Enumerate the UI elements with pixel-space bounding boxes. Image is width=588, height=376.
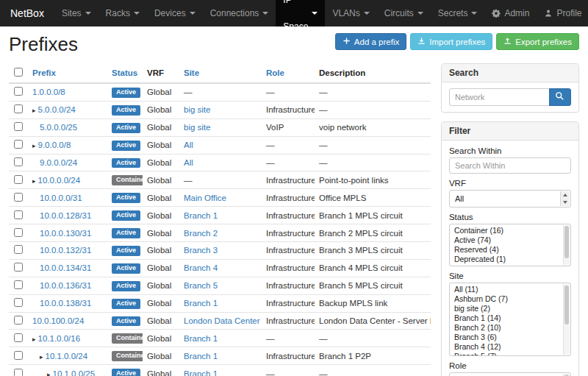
scrollbar-thumb[interactable] [564,226,569,258]
prefix-link[interactable]: 9.0.0.0/8 [38,141,71,149]
site-link[interactable]: London Data Center [184,316,260,325]
row-checkbox[interactable] [14,333,23,342]
site-link[interactable]: Branch 5 [184,281,218,290]
column-header-prefix[interactable]: Prefix [32,68,56,77]
prefix-link[interactable]: 9.0.0.0/24 [40,158,77,167]
filter-option[interactable]: Branch 4 (12) [450,342,562,352]
expand-children-icon[interactable]: ▸ [40,353,43,361]
row-checkbox[interactable] [14,369,23,376]
row-checkbox[interactable] [14,245,23,254]
nav-item-devices[interactable]: Devices [147,0,203,26]
prefix-link[interactable]: 10.0.0.128/31 [40,211,91,220]
prefix-link[interactable]: 10.1.0.0/25 [53,369,96,376]
brand-link[interactable]: NetBox [0,0,54,26]
nav-item-racks[interactable]: Racks [98,0,147,26]
filter-option[interactable]: Branch 3 (6) [450,333,562,342]
select-all-checkbox[interactable] [14,68,23,77]
search-input[interactable] [449,88,550,106]
expand-children-icon[interactable]: ▸ [32,107,36,114]
row-checkbox[interactable] [14,316,23,324]
site-link[interactable]: Branch 1 [184,299,218,308]
filter-option[interactable]: Branch 5 (7) [450,352,562,356]
prefix-link[interactable]: 10.0.0.0/24 [38,176,81,185]
nav-item-sites[interactable]: Sites [54,0,98,26]
row-checkbox[interactable] [14,210,23,219]
nav-item-admin[interactable]: Admin [484,0,537,26]
site-link[interactable]: Branch 1 [184,334,218,343]
row-checkbox[interactable] [14,193,23,202]
vrf-select[interactable]: All [449,190,571,207]
row-checkbox[interactable] [14,104,23,113]
filter-option[interactable]: All (11) [450,285,562,294]
vrf-value: Global [147,281,171,290]
site-link[interactable]: All [184,158,193,167]
nav-item-secrets[interactable]: Secrets [431,0,485,26]
import-prefixes-button[interactable]: Import prefixes [410,33,492,50]
filter-option[interactable]: big site (2) [450,304,562,313]
site-link[interactable]: Branch 1 [184,352,218,361]
prefix-link[interactable]: 10.0.0.134/31 [40,263,91,272]
row-checkbox[interactable] [14,140,23,149]
search-within-input[interactable] [449,157,571,174]
expand-children-icon[interactable]: ▸ [32,336,36,343]
site-link[interactable]: All [184,141,193,149]
row-checkbox[interactable] [14,298,23,307]
prefix-link[interactable]: 10.1.0.0/24 [46,352,88,361]
site-link[interactable]: Branch 1 [184,369,218,376]
site-link[interactable]: big site [184,123,210,132]
column-header-role[interactable]: Role [266,68,284,77]
site-listbox[interactable]: All (11)Ashburn DC (7)big site (2)Branch… [449,283,571,356]
vrf-value: Global [147,316,171,325]
scrollbar-thumb[interactable] [564,285,569,324]
site-link[interactable]: Main Office [184,194,226,202]
prefix-link[interactable]: 10.0.0.138/31 [40,299,91,308]
row-checkbox[interactable] [14,280,23,289]
site-link[interactable]: Branch 3 [184,246,218,255]
row-checkbox[interactable] [14,228,23,237]
expand-children-icon[interactable]: ▸ [47,371,51,376]
prefix-link[interactable]: 10.0.100.0/24 [32,316,84,325]
prefix-link[interactable]: 10.1.0.0/16 [38,334,81,343]
prefix-link[interactable]: 10.0.0.0/31 [40,194,82,202]
row-checkbox[interactable] [14,175,23,184]
nav-item-profile[interactable]: Profile [537,0,588,26]
prefix-link[interactable]: 5.0.0.0/25 [40,123,77,132]
site-link[interactable]: big site [184,105,210,114]
filter-option[interactable]: Reserved (4) [450,245,562,255]
row-checkbox[interactable] [14,157,23,166]
filter-option[interactable]: Branch 1 (14) [450,313,562,323]
prefix-link[interactable]: 10.0.0.132/31 [40,246,91,255]
nav-item-circuits[interactable]: Circuits [377,0,431,26]
scrollbar[interactable] [563,284,570,355]
filter-option[interactable]: Active (74) [450,235,562,245]
search-button[interactable] [549,88,571,106]
filter-option[interactable]: Ashburn DC (7) [450,294,562,304]
site-link[interactable]: Branch 1 [184,211,218,220]
nav-item-vlans[interactable]: VLANs [325,0,376,26]
nav-item-connections[interactable]: Connections [203,0,276,26]
filter-option[interactable]: Branch 2 (10) [450,323,562,333]
expand-children-icon[interactable]: ▸ [32,177,36,185]
status-listbox[interactable]: Container (16)Active (74)Reserved (4)Dep… [449,224,571,266]
expand-children-icon[interactable]: ▸ [32,142,36,149]
export-prefixes-button[interactable]: Export prefixes [496,33,579,50]
row-checkbox[interactable] [14,263,23,272]
prefix-link[interactable]: 1.0.0.0/8 [32,88,65,96]
status-badge: Active [112,316,140,327]
column-header-status[interactable]: Status [112,68,137,77]
prefix-link[interactable]: 10.0.0.130/31 [40,229,91,238]
prefix-link[interactable]: 10.0.0.136/31 [40,281,91,290]
row-checkbox[interactable] [14,87,23,96]
add-a-prefix-button[interactable]: Add a prefix [335,33,406,50]
scrollbar[interactable] [563,225,570,265]
prefix-link[interactable]: 5.0.0.0/24 [38,105,76,114]
row-checkbox[interactable] [14,351,23,360]
site-link[interactable]: Branch 2 [184,229,218,238]
filter-option[interactable]: Deprecated (1) [450,255,562,264]
nav-item-ip-space[interactable]: IP Space [276,0,325,26]
row-checkbox[interactable] [14,122,23,131]
site-link[interactable]: Branch 4 [184,263,218,272]
column-header-site[interactable]: Site [184,68,199,77]
filter-option[interactable]: Container (16) [450,226,562,235]
role-listbox[interactable]: Infrastructure (25)Management (8)Private… [449,372,571,376]
